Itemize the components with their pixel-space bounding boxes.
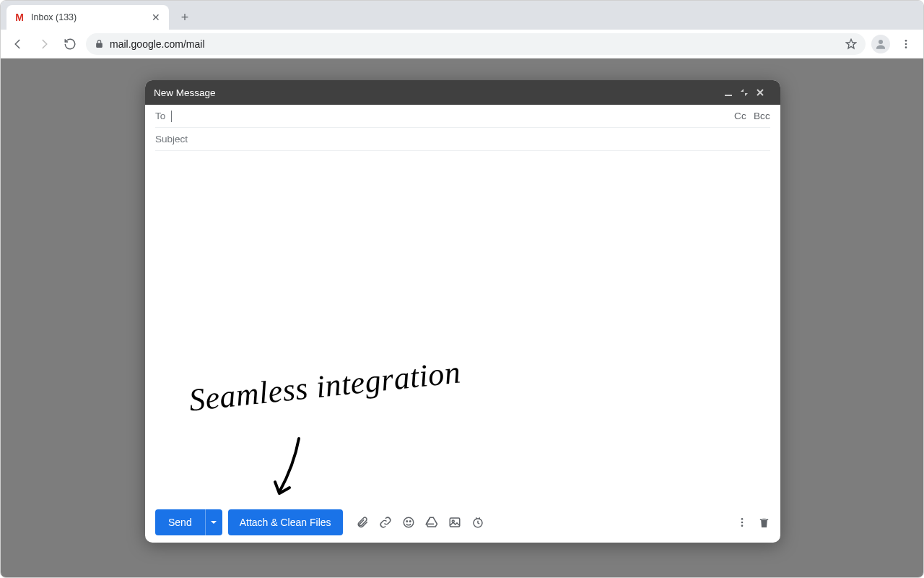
cc-link[interactable]: Cc — [734, 111, 746, 121]
close-tab-icon[interactable]: ✕ — [150, 12, 162, 23]
compose-body[interactable]: Seamless integration — [145, 151, 780, 502]
compose-fields: To Cc Bcc Subject — [145, 105, 780, 151]
lock-icon — [95, 39, 104, 48]
drive-icon[interactable] — [425, 516, 438, 529]
svg-point-6 — [406, 521, 408, 522]
minimize-icon[interactable] — [724, 88, 740, 97]
image-icon[interactable] — [448, 516, 461, 529]
back-button[interactable] — [8, 34, 28, 54]
reload-button[interactable] — [60, 34, 80, 54]
subject-field[interactable]: Subject — [155, 128, 770, 151]
to-label: To — [155, 111, 165, 121]
attach-clean-files-button[interactable]: Attach & Clean Files — [228, 509, 343, 535]
link-icon[interactable] — [379, 516, 392, 529]
send-button-group: Send — [155, 509, 222, 535]
browser-window: M Inbox (133) ✕ + mail.google.com/mail — [0, 0, 924, 578]
subject-placeholder: Subject — [155, 134, 188, 144]
svg-point-13 — [741, 525, 744, 527]
browser-tab[interactable]: M Inbox (133) ✕ — [6, 5, 169, 30]
address-bar[interactable]: mail.google.com/mail — [86, 33, 866, 55]
text-cursor — [171, 111, 172, 122]
gmail-favicon: M — [14, 12, 25, 23]
attach-icon[interactable] — [356, 516, 369, 529]
send-button[interactable]: Send — [155, 509, 205, 535]
compose-footer: Send Attach & Clean Files — [145, 502, 780, 543]
tab-strip: M Inbox (133) ✕ + — [1, 1, 923, 30]
svg-point-12 — [741, 522, 744, 524]
footer-right — [736, 517, 770, 529]
svg-point-1 — [905, 40, 907, 42]
annotation-text: Seamless integration — [187, 353, 462, 418]
compose-title: New Message — [154, 87, 724, 98]
svg-point-7 — [409, 521, 411, 522]
svg-rect-4 — [725, 95, 732, 96]
trash-icon[interactable] — [758, 517, 770, 529]
send-options-button[interactable] — [205, 509, 222, 535]
svg-point-5 — [404, 517, 414, 527]
cc-bcc-toggle[interactable]: Cc Bcc — [730, 111, 770, 121]
forward-button[interactable] — [34, 34, 54, 54]
fullscreen-icon[interactable] — [740, 88, 756, 97]
browser-toolbar: mail.google.com/mail — [1, 30, 923, 59]
compose-window: New Message To Cc Bcc — [145, 80, 780, 543]
svg-point-11 — [741, 518, 744, 520]
bcc-link[interactable]: Bcc — [754, 111, 770, 121]
svg-point-0 — [879, 40, 883, 44]
emoji-icon[interactable] — [402, 516, 415, 529]
formatting-toolbar — [356, 516, 484, 529]
tab-title: Inbox (133) — [31, 12, 150, 22]
confidential-icon[interactable] — [471, 516, 484, 529]
url-text: mail.google.com/mail — [110, 38, 840, 50]
svg-rect-8 — [450, 518, 460, 527]
more-options-icon[interactable] — [736, 517, 748, 528]
close-icon[interactable] — [756, 88, 772, 97]
new-tab-button[interactable]: + — [175, 7, 195, 27]
page-content: New Message To Cc Bcc — [1, 59, 923, 577]
browser-menu-button[interactable] — [896, 34, 916, 54]
to-field[interactable]: To Cc Bcc — [155, 105, 770, 128]
svg-point-2 — [905, 43, 907, 45]
compose-header[interactable]: New Message — [145, 80, 780, 105]
bookmark-star-icon[interactable] — [845, 38, 857, 50]
annotation-arrow-icon — [266, 433, 317, 505]
profile-avatar[interactable] — [871, 35, 890, 53]
svg-point-3 — [905, 46, 907, 48]
